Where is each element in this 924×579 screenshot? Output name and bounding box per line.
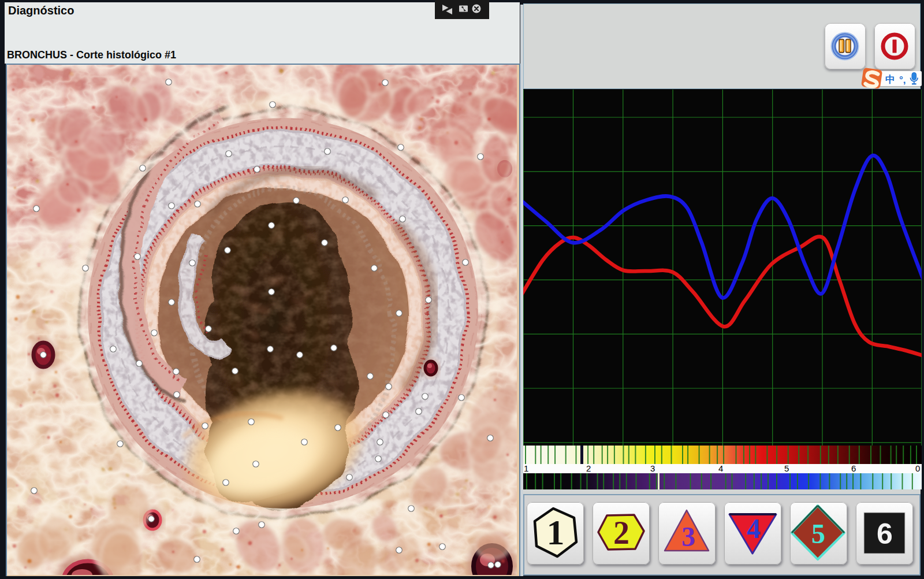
svg-text:3: 3 xyxy=(681,521,695,552)
svg-text:1: 1 xyxy=(547,513,565,552)
svg-text:中: 中 xyxy=(885,74,895,85)
svg-text:2: 2 xyxy=(613,515,629,551)
svg-text:4: 4 xyxy=(747,513,761,544)
svg-text:°,: °, xyxy=(899,75,906,86)
svg-text:5: 5 xyxy=(811,518,825,549)
svg-text:6: 6 xyxy=(877,518,893,550)
